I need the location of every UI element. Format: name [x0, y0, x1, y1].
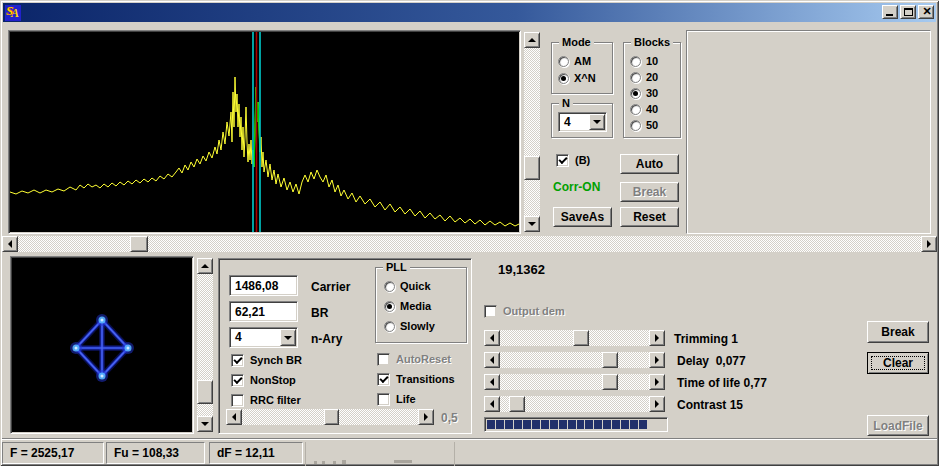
break-top-button[interactable]: Break	[620, 182, 679, 202]
life-checkbox[interactable]: Life	[377, 392, 416, 406]
scroll-right-button[interactable]	[649, 352, 665, 368]
scroll-left-button[interactable]	[484, 374, 500, 390]
carrier-label: Carrier	[311, 280, 350, 294]
scroll-down-button[interactable]	[197, 416, 213, 432]
scroll-down-button[interactable]	[524, 216, 540, 232]
nonstop-checkbox[interactable]: NonStop	[231, 373, 296, 387]
minimize-button[interactable]	[882, 5, 898, 19]
pll-group: PLL Quick Media Slowly	[375, 267, 467, 343]
dropdown-button[interactable]	[280, 329, 296, 346]
close-button[interactable]: ✕	[918, 5, 934, 19]
scroll-right-button[interactable]	[921, 236, 937, 252]
progress-block	[541, 420, 549, 429]
radio-xn[interactable]: X^N	[558, 71, 596, 85]
status-fu: Fu = 108,33	[106, 442, 205, 464]
scroll-up-button[interactable]	[524, 32, 540, 48]
arrow-right-icon	[927, 240, 931, 248]
clear-button[interactable]: Clear	[867, 352, 929, 374]
scroll-left-button[interactable]	[226, 409, 242, 425]
radio-quick[interactable]: Quick	[384, 279, 431, 293]
scroll-left-button[interactable]	[484, 352, 500, 368]
spectrum-hscrollbar[interactable]	[2, 236, 937, 252]
time-of-life-slider[interactable]	[484, 374, 665, 390]
scroll-thumb[interactable]	[602, 352, 618, 368]
checkbox-icon	[231, 374, 244, 387]
saveas-button[interactable]: SaveAs	[553, 207, 612, 227]
carrier-field[interactable]: 1486,08	[229, 275, 298, 296]
pll-group-label: PLL	[383, 261, 410, 273]
scroll-thumb[interactable]	[524, 156, 540, 180]
rrc-filter-checkbox[interactable]: RRC filter	[231, 393, 301, 407]
radio-icon	[558, 73, 569, 84]
close-icon: ✕	[919, 5, 935, 18]
scroll-right-button[interactable]	[649, 396, 665, 412]
radio-am[interactable]: AM	[558, 54, 591, 68]
mode-group: Mode AM X^N	[551, 42, 613, 94]
loadfile-button[interactable]: LoadFile	[867, 415, 929, 436]
title-bar[interactable]: SA ✕	[3, 3, 936, 22]
n-group: N 4	[551, 103, 613, 138]
delay-slider[interactable]	[484, 352, 665, 368]
scroll-left-button[interactable]	[484, 396, 500, 412]
contrast-slider[interactable]	[484, 396, 665, 412]
radio-blocks-30[interactable]: 30	[630, 86, 658, 100]
scroll-thumb[interactable]	[602, 374, 618, 390]
br-field[interactable]: 62,21	[229, 301, 298, 322]
checkbox-icon	[231, 354, 244, 367]
scroll-thumb[interactable]	[130, 236, 148, 252]
constellation-display[interactable]	[10, 256, 194, 434]
transitions-checkbox[interactable]: Transitions	[377, 372, 455, 386]
scroll-thumb[interactable]	[324, 409, 339, 425]
message-panel	[686, 30, 931, 234]
arrow-left-icon	[232, 413, 236, 421]
trimming-slider[interactable]	[484, 330, 665, 346]
radio-blocks-20[interactable]: 20	[630, 70, 658, 84]
scroll-thumb[interactable]	[197, 380, 213, 404]
progress-block	[630, 420, 638, 429]
status-f: F = 2525,17	[2, 442, 104, 464]
demod-slider[interactable]	[226, 409, 434, 425]
radio-blocks-10[interactable]: 10	[630, 54, 658, 68]
synch-br-checkbox[interactable]: Synch BR	[231, 353, 302, 367]
arrow-right-icon	[424, 413, 428, 421]
spectrum-display[interactable]	[8, 30, 521, 234]
progress-block	[621, 420, 629, 429]
maximize-button[interactable]	[900, 5, 916, 19]
n-ary-combobox[interactable]: 4	[229, 327, 298, 348]
spectrum-vscrollbar[interactable]	[524, 32, 540, 232]
autoreset-checkbox[interactable]: AutoReset	[377, 352, 451, 366]
arrow-right-icon	[655, 356, 659, 364]
radio-slowly[interactable]: Slowly	[384, 319, 435, 333]
radio-icon	[630, 120, 641, 131]
n-ary-label: n-Ary	[311, 332, 342, 346]
checkbox-icon	[556, 154, 569, 167]
checkbox-label: Output dem	[503, 305, 565, 317]
dropdown-button[interactable]	[589, 114, 605, 130]
auto-button[interactable]: Auto	[620, 154, 679, 174]
progress-block	[532, 420, 540, 429]
scroll-left-button[interactable]	[484, 330, 500, 346]
scroll-right-button[interactable]	[418, 409, 434, 425]
checkbox-label: Life	[396, 393, 416, 405]
reset-button[interactable]: Reset	[620, 207, 679, 227]
radio-blocks-50[interactable]: 50	[630, 118, 658, 132]
progress-block	[487, 420, 495, 429]
b-checkbox[interactable]: (B)	[556, 153, 590, 167]
radio-media[interactable]: Media	[384, 299, 431, 313]
output-dem-checkbox[interactable]: Output dem	[484, 304, 565, 318]
scroll-right-button[interactable]	[649, 374, 665, 390]
radio-blocks-40[interactable]: 40	[630, 102, 658, 116]
radio-label: 30	[646, 87, 658, 99]
scroll-up-button[interactable]	[197, 258, 213, 274]
radio-label: X^N	[574, 72, 596, 84]
scroll-left-button[interactable]	[2, 236, 18, 252]
n-value: 4	[564, 115, 571, 129]
radio-icon	[630, 72, 641, 83]
scroll-thumb[interactable]	[509, 396, 525, 412]
corr-status: Corr-ON	[553, 180, 600, 194]
scroll-thumb[interactable]	[573, 330, 589, 346]
constellation-vscrollbar[interactable]	[197, 258, 213, 432]
n-combobox[interactable]: 4	[558, 112, 607, 132]
scroll-right-button[interactable]	[649, 330, 665, 346]
break-button[interactable]: Break	[867, 321, 929, 343]
